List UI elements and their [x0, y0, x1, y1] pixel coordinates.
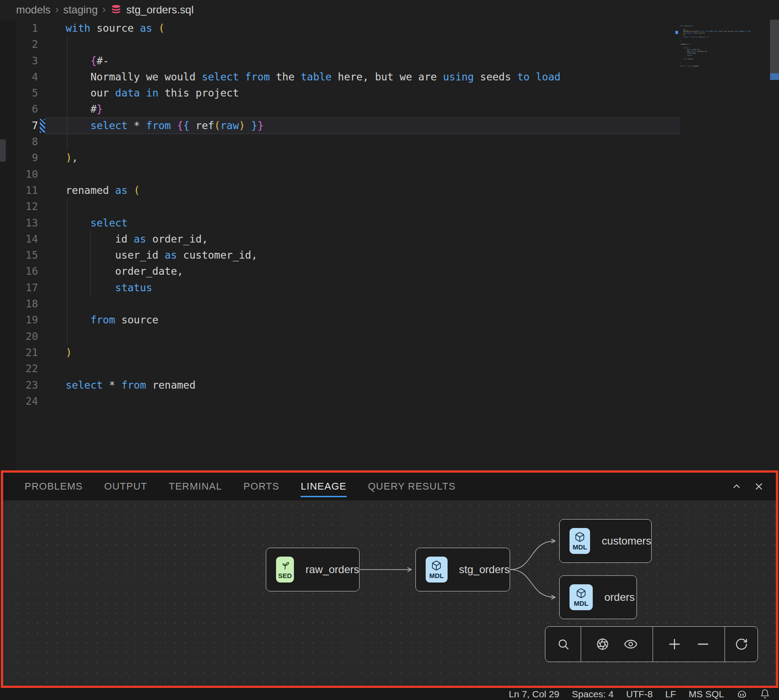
line-number: 1 — [0, 20, 38, 36]
badge-label: MDL — [429, 572, 444, 579]
indentation-setting[interactable]: Spaces: 4 — [572, 689, 613, 700]
line-number: 10 — [0, 166, 38, 182]
snapshot-button[interactable] — [596, 637, 609, 651]
collapse-panel-button[interactable] — [731, 481, 742, 492]
tab-terminal[interactable]: TERMINAL — [169, 473, 222, 500]
notifications-button[interactable] — [760, 689, 770, 699]
tab-label: LINEAGE — [301, 481, 346, 492]
chevron-right-icon: › — [55, 3, 59, 16]
line-number: 24 — [0, 393, 38, 409]
language-mode[interactable]: MS SQL — [689, 689, 724, 700]
node-label: orders — [604, 591, 635, 604]
code-editor[interactable]: 123456789101112131415161718192021222324 … — [0, 20, 779, 470]
lineage-canvas[interactable]: SED raw_orders MDL stg_orders — [3, 500, 776, 686]
minus-icon — [696, 637, 710, 651]
breadcrumb-file[interactable]: stg_orders.sql — [126, 4, 194, 16]
overview-ruler-modified-marker — [770, 73, 779, 80]
badge-label: MDL — [573, 543, 587, 551]
line-number: 18 — [0, 296, 38, 312]
status-bar: Ln 7, Col 29 Spaces: 4 UTF-8 LF MS SQL — [0, 688, 779, 700]
node-label: raw_orders — [306, 563, 359, 576]
chevron-right-icon: › — [102, 3, 106, 16]
refresh-icon — [735, 637, 748, 651]
cube-icon — [574, 532, 585, 542]
code-line: id as order_id, — [66, 231, 561, 247]
vscode-window: models › staging › stg_orders.sql 123456… — [0, 0, 779, 700]
cube-icon — [431, 560, 442, 571]
tab-lineage[interactable]: LINEAGE — [301, 473, 346, 500]
badge-label: SED — [278, 572, 292, 579]
cube-icon — [576, 588, 586, 599]
line-number: 20 — [0, 328, 38, 344]
copilot-button[interactable] — [737, 689, 747, 700]
lineage-node-orders[interactable]: MDL orders — [559, 575, 637, 619]
code-line: {#- — [66, 53, 561, 69]
database-icon — [110, 4, 122, 16]
tab-query-results[interactable]: QUERY RESULTS — [368, 473, 456, 500]
lineage-node-customers[interactable]: MDL customers — [559, 519, 652, 563]
close-panel-button[interactable] — [754, 481, 764, 492]
bottom-panel: PROBLEMSOUTPUTTERMINALPORTSLINEAGEQUERY … — [1, 470, 778, 688]
lineage-node-stg_orders[interactable]: MDL stg_orders — [415, 548, 510, 591]
eye-icon — [624, 637, 638, 651]
code-line — [66, 360, 561, 377]
tab-label: PROBLEMS — [25, 481, 83, 492]
code-content[interactable]: with source as ( {#- Normally we would s… — [66, 20, 561, 409]
search-button[interactable] — [557, 637, 570, 651]
line-number: 22 — [0, 360, 38, 377]
plus-icon — [667, 637, 682, 651]
refresh-button[interactable] — [735, 637, 748, 651]
code-line — [66, 296, 561, 312]
code-line: select * from {{ ref(raw) }} — [66, 117, 561, 134]
line-number: 6 — [0, 101, 38, 117]
close-icon — [754, 481, 764, 492]
breadcrumb-item-models[interactable]: models — [16, 4, 50, 16]
code-line: select — [66, 215, 561, 231]
tab-output[interactable]: OUTPUT — [104, 473, 147, 500]
line-number: 5 — [0, 85, 38, 101]
code-line: user_id as customer_id, — [66, 247, 561, 263]
minimap[interactable]: with source as ( {#- Normally we would s… — [680, 25, 769, 69]
encoding-setting[interactable]: UTF-8 — [626, 689, 653, 700]
badge-label: MDL — [574, 599, 589, 607]
breadcrumb: models › staging › stg_orders.sql — [0, 0, 779, 20]
panel-actions — [731, 473, 764, 500]
tab-label: OUTPUT — [104, 481, 147, 492]
eol-setting[interactable]: LF — [665, 689, 676, 700]
bell-icon — [760, 689, 770, 699]
tab-ports[interactable]: PORTS — [243, 473, 279, 500]
code-line: status — [66, 280, 561, 296]
tab-problems[interactable]: PROBLEMS — [25, 473, 83, 500]
tab-label: QUERY RESULTS — [368, 481, 456, 492]
breadcrumb-item-staging[interactable]: staging — [63, 4, 97, 16]
line-number: 4 — [0, 69, 38, 85]
visibility-button[interactable] — [624, 637, 638, 651]
model-badge: MDL — [570, 584, 593, 610]
minimap-line — [680, 67, 769, 69]
code-line: our data in this project — [66, 85, 561, 101]
line-number: 8 — [0, 134, 38, 150]
modified-line-indicator — [40, 119, 45, 133]
code-line: ), — [66, 150, 561, 166]
tab-label: TERMINAL — [169, 481, 222, 492]
zoom-out-button[interactable] — [696, 637, 710, 651]
lineage-node-raw_orders[interactable]: SED raw_orders — [266, 548, 360, 591]
code-line: Normally we would select from the table … — [66, 69, 561, 85]
line-number: 16 — [0, 263, 38, 279]
model-badge: MDL — [426, 557, 448, 583]
cursor-position[interactable]: Ln 7, Col 29 — [509, 689, 559, 700]
line-number: 19 — [0, 312, 38, 328]
line-number: 14 — [0, 231, 38, 247]
code-line — [66, 36, 561, 52]
panel-tab-bar: PROBLEMSOUTPUTTERMINALPORTSLINEAGEQUERY … — [3, 473, 776, 500]
line-number: 9 — [0, 150, 38, 166]
line-number: 3 — [0, 53, 38, 69]
line-numbers: 123456789101112131415161718192021222324 — [0, 20, 38, 409]
copilot-icon — [737, 689, 747, 700]
scrollbar-thumb[interactable] — [770, 20, 779, 73]
code-line: with source as ( — [66, 20, 561, 36]
node-label: stg_orders — [459, 563, 510, 576]
code-line — [66, 166, 561, 182]
code-line: renamed as ( — [66, 182, 561, 198]
zoom-in-button[interactable] — [667, 637, 682, 651]
